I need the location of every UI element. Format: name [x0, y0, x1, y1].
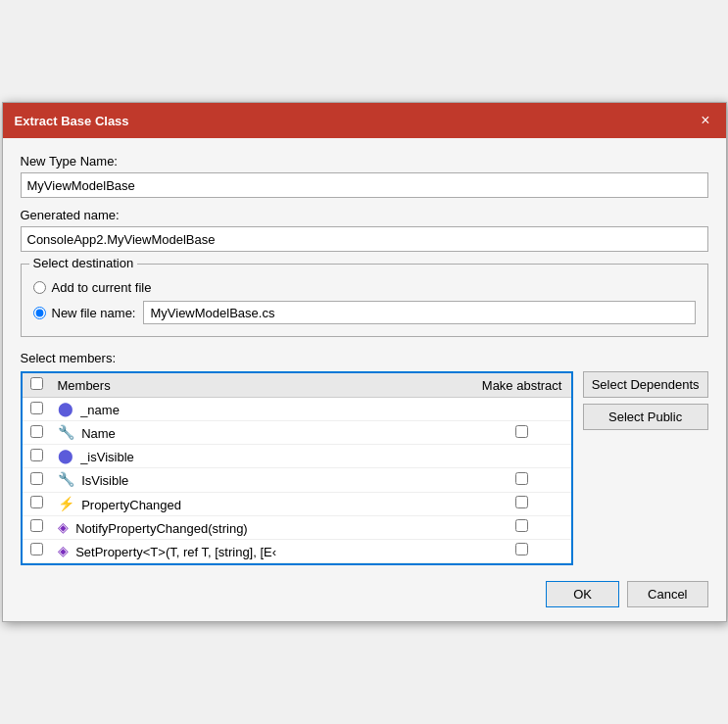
cancel-button[interactable]: Cancel — [627, 581, 707, 607]
new-file-row: New file name: — [33, 301, 696, 324]
member-name-cell: ◈ SetProperty<T>(T, ref T, [string], [E‹ — [52, 539, 473, 562]
member-name-cell: ⬤ _isVisible — [52, 445, 473, 468]
member-name-cell: ◈ NotifyPropertyChanged(string) — [52, 515, 473, 539]
member-name: Name — [81, 426, 116, 441]
members-table-container: Members Make abstract ⬤ — [21, 371, 573, 564]
member-field-icon: ⬤ — [58, 401, 73, 416]
member-method-icon: ◈ — [58, 519, 69, 535]
table-row: ◈ SetProperty<T>(T, ref T, [string], [E‹ — [23, 539, 571, 562]
destination-legend: Select destination — [29, 256, 138, 270]
select-public-button[interactable]: Select Public — [583, 404, 708, 430]
member-name-cell: 🔧 Name — [52, 421, 473, 445]
ok-button[interactable]: OK — [546, 581, 619, 607]
col-header-members: Members — [52, 373, 473, 398]
add-to-current-label[interactable]: Add to current file — [52, 280, 152, 295]
abstract-cell — [473, 421, 571, 445]
footer-buttons: OK Cancel — [21, 581, 708, 607]
table-row: ⚡ PropertyChanged — [23, 492, 571, 515]
side-buttons: Select Dependents Select Public — [583, 371, 708, 430]
row-checkbox-cell — [23, 398, 52, 421]
row-checkbox[interactable] — [30, 449, 43, 461]
row-checkbox-cell — [23, 445, 52, 468]
member-event-icon: ⚡ — [58, 496, 74, 511]
member-property-icon: 🔧 — [58, 471, 74, 487]
member-name: _isVisible — [80, 450, 134, 464]
member-name-cell: ⬤ _name — [52, 398, 473, 421]
row-checkbox-cell — [23, 468, 52, 492]
new-type-name-input[interactable] — [21, 172, 708, 198]
row-checkbox-cell — [23, 515, 52, 539]
member-name-cell: 🔧 IsVisible — [52, 468, 473, 492]
member-name: PropertyChanged — [81, 498, 181, 512]
row-checkbox-cell — [23, 539, 52, 562]
row-checkbox[interactable] — [30, 425, 43, 438]
member-property-icon: 🔧 — [58, 424, 74, 440]
member-name: NotifyPropertyChanged(string) — [75, 521, 248, 536]
abstract-checkbox[interactable] — [515, 472, 528, 485]
member-name-cell: ⚡ PropertyChanged — [52, 492, 473, 515]
row-checkbox[interactable] — [30, 543, 43, 555]
abstract-checkbox[interactable] — [515, 543, 528, 555]
row-checkbox[interactable] — [30, 402, 43, 414]
table-row: ⬤ _isVisible — [23, 445, 571, 468]
abstract-checkbox[interactable] — [515, 519, 528, 532]
add-to-current-row: Add to current file — [33, 280, 696, 295]
row-checkbox[interactable] — [30, 519, 43, 532]
row-checkbox[interactable] — [30, 496, 43, 508]
select-all-checkbox[interactable] — [30, 377, 43, 390]
abstract-checkbox[interactable] — [515, 496, 528, 508]
select-dependents-button[interactable]: Select Dependents — [583, 371, 708, 398]
table-row: ⬤ _name — [23, 398, 571, 421]
new-type-name-label: New Type Name: — [21, 154, 708, 169]
member-name: _name — [80, 403, 120, 417]
abstract-cell — [473, 492, 571, 515]
row-checkbox-cell — [23, 492, 52, 515]
title-bar: Extract Base Class × — [3, 103, 726, 138]
member-method-icon: ◈ — [58, 543, 69, 558]
row-checkbox[interactable] — [30, 472, 43, 485]
dialog-body: New Type Name: Generated name: Select de… — [3, 138, 726, 620]
generated-name-label: Generated name: — [21, 208, 708, 222]
new-file-input[interactable] — [143, 301, 695, 324]
member-field-icon: ⬤ — [58, 448, 73, 463]
abstract-cell — [473, 398, 571, 421]
abstract-checkbox[interactable] — [515, 425, 528, 438]
members-table: Members Make abstract ⬤ — [23, 373, 571, 562]
add-to-current-radio[interactable] — [33, 281, 46, 294]
member-name: SetProperty<T>(T, ref T, [string], [E‹ — [75, 545, 276, 559]
new-file-label[interactable]: New file name: — [52, 306, 136, 320]
abstract-cell — [473, 539, 571, 562]
members-layout: Members Make abstract ⬤ — [21, 371, 708, 564]
close-button[interactable]: × — [697, 113, 713, 128]
extract-base-class-dialog: Extract Base Class × New Type Name: Gene… — [2, 102, 727, 621]
table-row: 🔧 IsVisible — [23, 468, 571, 492]
row-checkbox-cell — [23, 421, 52, 445]
member-name: IsVisible — [81, 474, 128, 489]
table-row: ◈ NotifyPropertyChanged(string) — [23, 515, 571, 539]
col-header-abstract: Make abstract — [473, 373, 571, 398]
col-header-checkbox — [23, 373, 52, 398]
abstract-cell — [473, 468, 571, 492]
dialog-title: Extract Base Class — [15, 114, 129, 128]
abstract-cell — [473, 515, 571, 539]
generated-name-input[interactable] — [21, 226, 708, 252]
abstract-cell — [473, 445, 571, 468]
members-label: Select members: — [21, 351, 708, 365]
table-row: 🔧 Name — [23, 421, 571, 445]
destination-group: Select destination Add to current file N… — [21, 264, 708, 337]
new-file-radio[interactable] — [33, 307, 46, 319]
members-section: Select members: Members Make abstract — [21, 351, 708, 564]
